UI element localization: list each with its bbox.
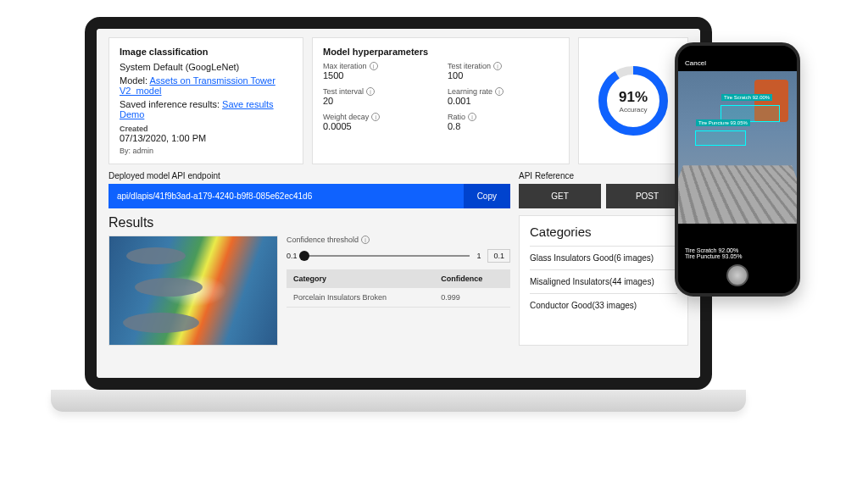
laptop-base [51,390,746,412]
test-iteration-value: 100 [448,70,559,80]
weight-decay-value: 0.0005 [323,121,434,131]
category-item[interactable]: Conductor Good(33 images) [530,293,677,317]
confidence-table: Category Confidence Porcelain Insulators… [287,269,510,308]
col-category: Category [287,269,434,288]
result-image[interactable] [108,236,278,346]
table-row[interactable]: Porcelain Insulators Broken 0.999 [287,288,510,308]
home-button[interactable] [726,264,748,286]
result-line: Tire Puncture 93.05% [685,253,742,259]
phone-notch [712,46,763,58]
result-line: Tire Scratch 92.00% [685,247,742,253]
system-default: System Default (GoogLeNet) [120,62,292,72]
info-icon[interactable]: i [361,236,370,244]
category-item[interactable]: Glass Insulators Good(6 images) [530,246,677,269]
info-icon[interactable]: i [366,87,375,96]
results-title: Results [108,215,510,230]
test-interval-label: Test interval [323,87,364,96]
model-label: Model: [120,75,147,86]
test-iteration-label: Test iteration [448,62,491,70]
row-confidence: 0.999 [434,288,510,308]
ratio-value: 0.8 [448,121,559,131]
test-interval-value: 20 [323,96,434,106]
confidence-slider[interactable] [304,255,470,257]
get-button[interactable]: GET [519,184,601,208]
deployed-endpoint-label: Deployed model API endpoint [108,171,510,180]
cancel-button[interactable]: Cancel [685,59,706,67]
info-icon[interactable]: i [371,113,380,121]
card-title: Model hyperparameters [323,47,559,57]
accuracy-gauge: 91% Accuracy [596,64,670,138]
max-iteration-label: Max iteration [323,62,367,70]
ratio-label: Ratio [448,113,465,121]
api-endpoint[interactable]: api/dlapis/41f9b3ad-a179-4240-b9f8-085e6… [108,184,464,208]
card-title: Image classification [120,47,292,57]
created-by: By: admin [120,147,292,155]
row-category: Porcelain Insulators Broken [287,288,434,308]
laptop-screen: Image classification System Default (Goo… [85,17,712,390]
saved-results-label: Saved inference results: [120,99,220,109]
confidence-threshold-label: Confidence threshold [287,236,359,244]
categories-card: Categories Glass Insulators Good(6 image… [519,215,688,346]
detection-tag: Tire Scratch 92.00% [721,94,772,101]
hyperparameters-card: Model hyperparameters Max iterationi 150… [312,37,570,164]
api-reference-label: API Reference [519,171,688,180]
phone-camera-view: Tire Scratch 92.00% Tire Puncture 93.05% [678,71,797,224]
categories-title: Categories [530,225,677,239]
col-confidence: Confidence [434,269,510,288]
slider-max: 1 [476,252,481,260]
category-item[interactable]: Misaligned Insulators(44 images) [530,269,677,293]
info-icon[interactable]: i [468,113,476,121]
image-classification-card: Image classification System Default (Goo… [108,37,303,164]
phone-frame: Cancel Tire Scratch 92.00% Tire Puncture… [675,42,800,297]
accuracy-label: Accuracy [619,106,648,114]
info-icon[interactable]: i [370,62,378,70]
laptop-frame: Image classification System Default (Goo… [85,17,712,415]
created-label: Created [120,125,292,133]
info-icon[interactable]: i [495,87,504,96]
confidence-panel: Confidence thresholdi 0.1 1 0.1 Category [287,236,510,346]
copy-button[interactable]: Copy [464,184,510,208]
created-date: 07/13/2020, 1:00 PM [120,133,292,143]
learning-rate-value: 0.001 [448,96,559,106]
max-iteration-value: 1500 [323,70,434,80]
weight-decay-label: Weight decay [323,113,369,121]
phone-screen: Cancel Tire Scratch 92.00% Tire Puncture… [678,46,797,293]
accuracy-card: 91% Accuracy [578,37,688,164]
slider-value[interactable]: 0.1 [487,249,510,263]
detection-box: Tire Puncture 93.05% [695,130,746,146]
learning-rate-label: Learning rate [448,87,492,96]
info-icon[interactable]: i [493,62,502,70]
slider-min: 0.1 [287,252,298,260]
dashboard: Image classification System Default (Goo… [97,29,700,378]
phone-results: Tire Scratch 92.00% Tire Puncture 93.05% [685,247,742,259]
accuracy-percent: 91% [619,89,648,106]
detection-tag: Tire Puncture 93.05% [696,119,750,126]
